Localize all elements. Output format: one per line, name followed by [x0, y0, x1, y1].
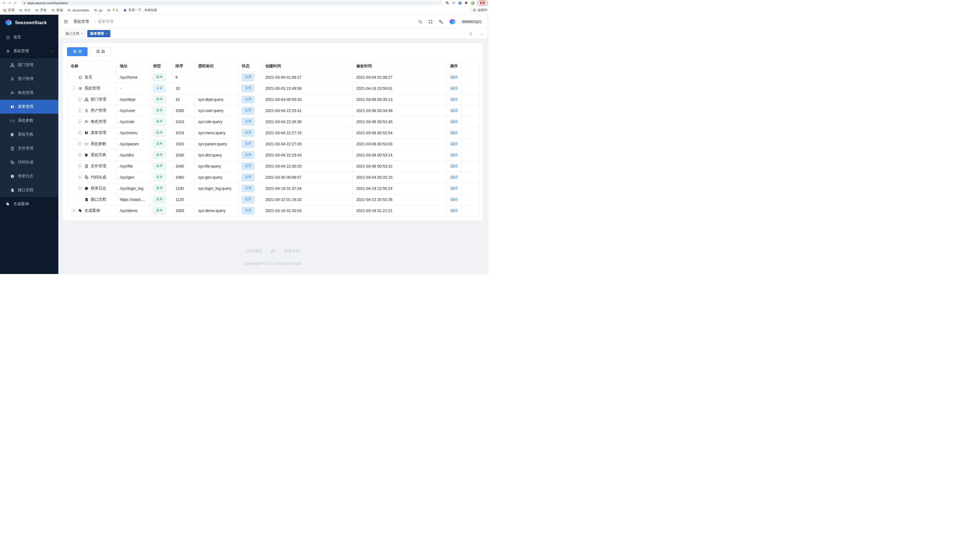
actions-cell: 编辑 [447, 94, 461, 105]
edit-link[interactable]: 编辑 [450, 141, 458, 146]
sidebar-item-系统管理[interactable]: 系统管理 [0, 44, 58, 58]
bookmark-item[interactable]: 个人 [107, 8, 119, 12]
edit-link[interactable]: 编辑 [450, 208, 458, 213]
table-row: +文件管理/sys/file菜单1040sys:file:query启用2021… [67, 160, 479, 172]
tab-菜单管理[interactable]: 菜单管理× [87, 30, 110, 37]
sidebar-item-系统参数[interactable]: 系统参数 [0, 114, 58, 127]
translate-icon[interactable] [439, 19, 443, 24]
app-logo[interactable]: SeezoonStack [0, 15, 58, 30]
edit-link[interactable]: 编辑 [450, 164, 458, 168]
actions-cell: 编辑 [447, 72, 461, 83]
fullscreen-icon[interactable] [428, 19, 433, 24]
page-scrollbar[interactable] [487, 15, 490, 274]
url-text[interactable]: stack.seezoon.com/#/sys/menu [27, 2, 68, 5]
user-avatar[interactable] [449, 18, 456, 25]
username[interactable]: 888882q31 [461, 19, 482, 24]
sidebar-item-接口文档[interactable]: 接口文档 [0, 183, 58, 197]
menu-type-cell: 菜单 [150, 116, 172, 127]
breadcrumb-parent[interactable]: 系统管理 [73, 19, 93, 24]
sidebar-item-用户管理[interactable]: 用户管理 [0, 72, 58, 86]
menu-sort-cell: 1120 [172, 194, 195, 205]
sidebar-item-登录日志[interactable]: 登录日志 [0, 169, 58, 183]
search-extension-icon[interactable] [458, 1, 462, 5]
add-button[interactable]: 添 加 [90, 47, 111, 56]
bookmark-item[interactable]: 前端 [51, 8, 63, 12]
created-time-cell: 2021-03-04 22:27:45 [262, 138, 353, 149]
lock-icon [23, 2, 26, 5]
expand-row-button[interactable]: + [78, 164, 82, 168]
menu-name-cell: +代码生成 [67, 172, 116, 183]
edit-link[interactable]: 编辑 [450, 86, 458, 90]
expand-row-button[interactable]: + [78, 153, 82, 157]
refresh-tab-button[interactable] [465, 29, 476, 39]
edit-link[interactable]: 编辑 [450, 197, 458, 202]
created-time-cell: 2021-03-04 22:27:15 [262, 127, 353, 138]
sidebar-item-菜单管理[interactable]: 菜单管理 [0, 100, 58, 114]
bookmark-star-icon[interactable] [452, 1, 455, 5]
actions-spacer-cell [461, 116, 479, 127]
table-header-row: 名称地址类型排序授权标识状态创建时间修改时间操作 [67, 60, 479, 72]
online-preview-link[interactable]: 在线预览 [246, 248, 262, 254]
query-button[interactable]: 查 询 [67, 47, 88, 56]
column-header-spacer [461, 60, 479, 72]
translate-extension-icon[interactable] [445, 1, 449, 5]
status-badge: 启用 [242, 74, 254, 81]
edit-link[interactable]: 编辑 [450, 175, 458, 179]
sidebar-item-首页[interactable]: 首页 [0, 30, 58, 44]
address-bar[interactable]: stack.seezoon.com/#/sys/menu [20, 0, 442, 5]
expand-row-button[interactable]: + [78, 97, 82, 102]
expand-row-button[interactable]: + [78, 186, 82, 191]
collapse-row-button[interactable]: - [72, 86, 76, 90]
expand-row-button[interactable]: + [78, 130, 82, 135]
edit-link[interactable]: 编辑 [450, 75, 458, 79]
tab-options-button[interactable] [476, 29, 487, 39]
menu-sort-cell: 1010 [172, 116, 195, 127]
github-icon[interactable] [270, 248, 275, 253]
bookmark-item[interactable]: go [94, 8, 103, 12]
expand-row-button[interactable]: + [78, 142, 82, 146]
menu-name-cell: 接口文档 [67, 194, 116, 205]
extensions-puzzle-icon[interactable] [465, 1, 468, 5]
menu-fold-icon[interactable] [64, 19, 68, 24]
edit-link[interactable]: 编辑 [450, 152, 458, 157]
tab-接口文档[interactable]: 接口文档× [62, 30, 86, 37]
edit-link[interactable]: 编辑 [450, 186, 458, 191]
folder-icon [94, 8, 97, 12]
menu-permission-cell: sys:dict:query [195, 149, 239, 160]
expand-row-button[interactable]: + [78, 119, 82, 124]
edit-link[interactable]: 编辑 [450, 108, 458, 113]
created-time-cell: 2021-03-30 00:06:57 [262, 172, 353, 183]
clock-icon [84, 186, 89, 191]
edit-link[interactable]: 编辑 [450, 119, 458, 124]
modified-time-cell: 2021-03-06 00:35:13 [353, 94, 447, 105]
sidebar-item-系统字典[interactable]: 系统字典 [0, 127, 58, 141]
bookmark-item[interactable]: docker&k8s [67, 8, 89, 12]
edit-link[interactable]: 编辑 [450, 97, 458, 102]
reading-list-button[interactable]: 读取列 [473, 8, 487, 12]
sidebar-item-生成案例[interactable]: 生成案例 [0, 197, 58, 211]
back-icon[interactable] [2, 1, 6, 5]
search-icon[interactable] [418, 19, 422, 24]
menu-sort-cell: 1000 [172, 105, 195, 116]
sidebar-item-代码生成[interactable]: 代码生成 [0, 155, 58, 169]
close-icon[interactable]: × [106, 32, 108, 35]
chrome-update-button[interactable]: 更新 [477, 0, 488, 6]
bookmark-item[interactable]: 办公 [19, 8, 30, 12]
sidebar-item-角色管理[interactable]: 角色管理 [0, 86, 58, 100]
reload-icon[interactable] [13, 2, 17, 5]
online-docs-link[interactable]: 在线文档 [284, 248, 300, 254]
sidebar-item-部门管理[interactable]: 部门管理 [0, 58, 58, 72]
status-badge: 启用 [242, 174, 254, 181]
expand-row-button[interactable]: + [72, 208, 76, 213]
forward-icon[interactable] [8, 1, 11, 5]
bookmark-item[interactable]: 应用 [3, 8, 14, 12]
browser-profile-avatar[interactable] [471, 1, 475, 5]
bookmark-item[interactable]: 开发 [35, 8, 47, 12]
sidebar-item-文件管理[interactable]: 文件管理 [0, 141, 58, 155]
close-icon[interactable]: × [81, 32, 83, 35]
menu-address-cell: /sys/dict [116, 149, 150, 160]
expand-row-button[interactable]: + [78, 175, 82, 179]
expand-row-button[interactable]: + [78, 108, 82, 113]
edit-link[interactable]: 编辑 [450, 130, 458, 135]
bookmark-item[interactable]: 百度一下，你就知道 [123, 8, 158, 12]
